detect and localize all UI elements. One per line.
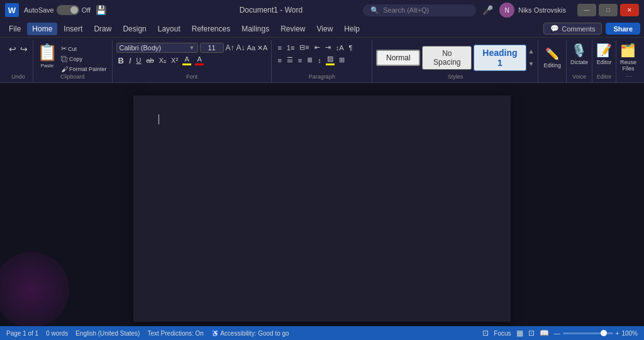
menu-view[interactable]: View	[312, 23, 338, 35]
ribbon: ↩ ↪ Undo 📋 Paste ✂ Cut ⿻ Copy 🖌 Format P…	[0, 38, 644, 83]
decrease-font-icon[interactable]: A↓	[236, 43, 245, 52]
styles-group: Normal No Spacing Heading 1 ▲ ▼ Styles	[372, 40, 538, 82]
increase-indent-button[interactable]: ⇥	[323, 43, 333, 52]
print-layout-icon[interactable]: ▦	[516, 329, 523, 337]
numbering-button[interactable]: 1≡	[285, 43, 297, 52]
shading-button[interactable]: ▨	[325, 54, 336, 66]
reuse-files-button[interactable]: 🗂️ ReuseFiles	[620, 43, 636, 72]
align-right-button[interactable]: ≡	[296, 56, 304, 65]
change-case-icon[interactable]: Aa	[247, 44, 255, 52]
editing-button[interactable]: ✏️ Editing	[543, 47, 561, 69]
dictate-button[interactable]: 🎙️ Dictate	[570, 43, 588, 65]
font-size-selector[interactable]: 11	[200, 43, 224, 53]
paragraph-group: ≡ 1≡ ⊟≡ ⇤ ⇥ ↕A ¶ ≡ ☰ ≡ ≣ ↕ ▨ ⊞ Para	[272, 40, 372, 82]
clear-format-icon[interactable]: ✕A	[257, 44, 267, 52]
autosave-state: Off	[82, 6, 91, 14]
underline-button[interactable]: U	[135, 56, 143, 65]
autosave-toggle[interactable]	[57, 5, 79, 15]
styles-group-label: Styles	[448, 74, 464, 80]
bullets-button[interactable]: ≡	[275, 43, 283, 52]
menu-help[interactable]: Help	[339, 23, 365, 35]
focus-button[interactable]: ⊡	[482, 329, 489, 337]
more-options-button[interactable]: ⋯	[625, 72, 633, 81]
styles-scroll-up-button[interactable]: ▲	[528, 48, 535, 55]
undo-group-label: Undo	[11, 74, 25, 80]
document-page[interactable]	[133, 96, 511, 322]
line-spacing-button[interactable]: ↕	[316, 56, 323, 65]
align-left-button[interactable]: ≡	[275, 56, 283, 65]
web-layout-icon[interactable]: ⊡	[528, 329, 535, 337]
document-area	[0, 83, 644, 326]
mic-icon[interactable]: 🎤	[482, 5, 493, 15]
font-color-button[interactable]: A	[194, 55, 205, 66]
menu-insert[interactable]: Insert	[58, 23, 87, 35]
text-cursor	[158, 114, 159, 124]
style-heading1[interactable]: Heading 1	[474, 45, 526, 71]
close-button[interactable]: ✕	[620, 4, 639, 16]
menu-file[interactable]: File	[4, 23, 26, 35]
reuse-files-icon: 🗂️	[620, 43, 636, 58]
decrease-indent-button[interactable]: ⇤	[313, 43, 322, 52]
undo-button[interactable]: ↩	[8, 43, 18, 55]
editing-icon: ✏️	[545, 47, 559, 61]
clipboard-group-label: Clipboard	[60, 74, 85, 80]
copy-button[interactable]: ⿻ Copy	[60, 55, 108, 63]
bg-decoration	[0, 252, 69, 326]
borders-button[interactable]: ⊞	[337, 55, 347, 65]
increase-font-icon[interactable]: A↑	[226, 43, 235, 52]
italic-button[interactable]: I	[127, 55, 133, 66]
redo-button[interactable]: ↪	[19, 43, 29, 55]
menu-design[interactable]: Design	[118, 23, 151, 35]
bold-button[interactable]: B	[116, 55, 126, 66]
text-predictions: Text Predictions: On	[147, 330, 203, 337]
cut-button[interactable]: ✂ Cut	[60, 44, 108, 53]
menu-home[interactable]: Home	[27, 23, 57, 35]
menu-layout[interactable]: Layout	[153, 23, 186, 35]
styles-scroll-controls: ▲ ▼	[528, 45, 535, 70]
style-no-spacing[interactable]: No Spacing	[422, 46, 472, 70]
editor-button[interactable]: 📝 Editor	[596, 43, 612, 65]
menu-references[interactable]: References	[187, 23, 235, 35]
search-icon: 🔍	[370, 6, 379, 14]
zoom-in-button[interactable]: +	[616, 330, 619, 337]
justify-button[interactable]: ≣	[305, 55, 314, 65]
style-normal[interactable]: Normal	[376, 50, 420, 66]
font-name-selector[interactable]: Calibri (Body) ▼	[116, 43, 198, 53]
menu-draw[interactable]: Draw	[89, 23, 116, 35]
font-color-swatch	[195, 63, 204, 65]
accessibility-icon: ♿	[211, 330, 219, 337]
styles-scroll-down-button[interactable]: ▼	[528, 60, 535, 67]
search-bar[interactable]: 🔍 Search (Alt+Q)	[363, 4, 476, 16]
text-highlight-button[interactable]: A	[181, 55, 192, 66]
superscript-button[interactable]: X²	[169, 56, 180, 65]
minimize-button[interactable]: —	[577, 4, 596, 16]
menu-mailings[interactable]: Mailings	[236, 23, 274, 35]
zoom-thumb	[601, 330, 607, 336]
show-marks-button[interactable]: ¶	[347, 43, 355, 52]
menu-review[interactable]: Review	[275, 23, 310, 35]
sort-button[interactable]: ↕A	[334, 43, 346, 52]
immersive-reader-icon[interactable]: 📖	[540, 329, 549, 337]
paste-button[interactable]: 📋 Paste	[37, 43, 57, 69]
paragraph-group-label: Paragraph	[309, 74, 335, 80]
comments-button[interactable]: 💬 Comments	[543, 23, 602, 35]
zoom-out-button[interactable]: —	[554, 330, 560, 337]
multilevel-list-button[interactable]: ⊟≡	[297, 43, 311, 52]
copy-icon: ⿻	[61, 55, 68, 63]
dictate-icon: 🎙️	[571, 43, 587, 58]
subscript-button[interactable]: X₂	[157, 56, 168, 65]
voice-group: 🎙️ Dictate Voice	[567, 40, 592, 82]
focus-label[interactable]: Focus	[494, 330, 511, 337]
accessibility-info: ♿ Accessibility: Good to go	[211, 330, 289, 337]
format-painter-icon: 🖌	[61, 65, 68, 73]
dictate-label: Dictate	[570, 59, 588, 65]
window-controls: — □ ✕	[577, 4, 639, 16]
maximize-button[interactable]: □	[599, 4, 618, 16]
format-painter-button[interactable]: 🖌 Format Painter	[60, 65, 108, 74]
zoom-slider[interactable]	[563, 332, 613, 334]
strikethrough-button[interactable]: ab	[145, 56, 156, 65]
align-center-button[interactable]: ☰	[285, 55, 295, 65]
share-button[interactable]: Share	[606, 23, 640, 35]
save-icon[interactable]: 💾	[96, 5, 106, 15]
title-bar-left: W AutoSave Off 💾	[5, 3, 179, 17]
